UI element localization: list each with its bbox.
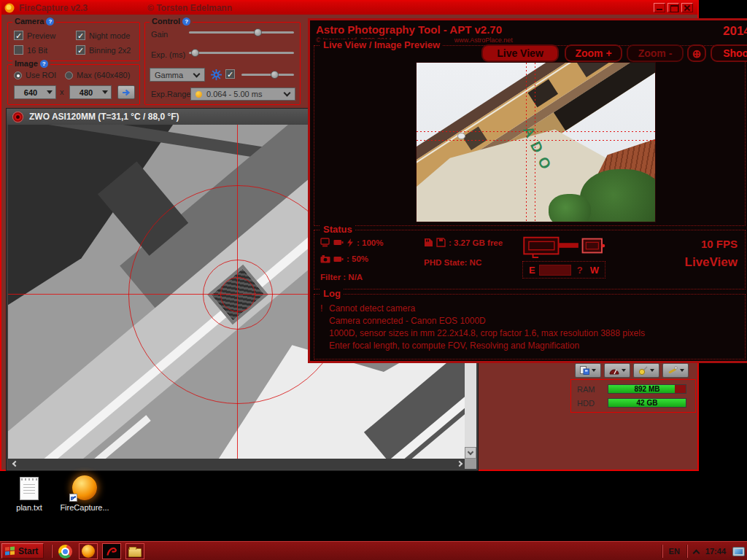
log-entry: Camera connected - Canon EOS 1000D — [320, 316, 486, 326]
taskbar-chrome-icon[interactable] — [58, 545, 72, 559]
chevron-down-icon — [284, 90, 291, 97]
crosshair-icon: ⊕ — [692, 48, 702, 59]
filter-status: Filter : N/A — [320, 273, 363, 281]
maximize-button[interactable] — [667, 3, 679, 12]
night-mode-checkbox[interactable]: ✓ Night mode — [76, 31, 130, 40]
focuser-position-graphic — [521, 233, 608, 258]
gear-icon[interactable] — [211, 69, 222, 80]
gain-slider-knob[interactable] — [254, 28, 262, 36]
apply-arrow-icon — [122, 89, 131, 96]
windows-logo-icon — [5, 546, 15, 556]
apt-website[interactable]: www.AstroPlace.net — [454, 36, 513, 44]
power-bolt-icon — [347, 238, 354, 247]
apt-icon — [105, 545, 118, 558]
taskbar-explorer-icon[interactable] — [125, 543, 144, 559]
width-dropdown[interactable]: 640 — [14, 85, 56, 99]
firecapture-shortcut-icon — [72, 475, 97, 500]
gain-slider[interactable] — [189, 28, 294, 36]
exposure-label: Exp. (ms) — [151, 50, 185, 59]
camera-icon — [320, 254, 330, 263]
minimize-button[interactable] — [654, 3, 665, 12]
focuser-west-button[interactable]: W — [590, 265, 599, 276]
computer-icon — [320, 238, 330, 247]
language-indicator[interactable]: EN — [669, 547, 680, 556]
gamma-slider-knob[interactable] — [271, 71, 279, 79]
ram-value: 892 MB — [608, 385, 686, 393]
exposure-indicator-dot — [196, 91, 202, 98]
gamma-slider[interactable] — [241, 71, 294, 79]
live-view-button[interactable]: Live View — [481, 44, 559, 62]
height-dropdown[interactable]: 480 — [69, 85, 112, 99]
focuser-position-fill — [539, 265, 571, 276]
hidden-icons-arrow[interactable] — [692, 549, 700, 556]
check-icon: ✓ — [15, 31, 23, 40]
status-group: Status : 100% : 50% Filt — [314, 230, 746, 289]
focuser-direction-control: E ? W — [522, 261, 605, 279]
apply-roi-button[interactable] — [117, 85, 135, 99]
gamma-dropdown[interactable]: Gamma — [150, 68, 205, 82]
show-desktop-icon[interactable] — [732, 547, 745, 556]
log-group: Log ! Cannot detect camera Camera connec… — [314, 294, 746, 359]
use-roi-radio[interactable]: Use ROI — [14, 71, 56, 79]
apt-window: Astro Photography Tool - APT v2.70 © Inc… — [308, 18, 747, 363]
exposure-slider[interactable] — [189, 49, 294, 57]
camera-view-title: ZWO ASI120MM (T=31,1 °C / 88,0 °F) — [29, 112, 179, 122]
focuser-help-button[interactable]: ? — [577, 265, 583, 276]
start-button[interactable]: Start — [1, 543, 44, 559]
dropdown-arrow-icon — [680, 369, 684, 372]
scroll-down-icon — [468, 449, 473, 455]
horizontal-scrollbar[interactable] — [8, 459, 466, 469]
system-resources-panel: RAM 892 MB HDD 42 GB — [570, 379, 696, 413]
gamma-checkbox[interactable]: ✓ — [225, 69, 235, 79]
center-crosshair-button[interactable]: ⊕ — [687, 44, 706, 62]
desktop-icon-label: plan.txt — [3, 503, 55, 512]
camera-help-icon[interactable]: ? — [46, 18, 54, 26]
preview-crosshair-h2 — [417, 140, 655, 141]
camera-lens-icon — [12, 112, 23, 122]
gauge-button[interactable] — [604, 363, 630, 378]
close-button[interactable] — [681, 3, 693, 12]
dimension-separator: x — [60, 88, 64, 96]
exposure-slider-knob[interactable] — [191, 49, 199, 57]
fps-indicator: 10 FPS — [701, 238, 738, 250]
start-button-label: Start — [18, 546, 38, 556]
16bit-checkbox[interactable]: ✓ 16 Bit — [14, 45, 47, 55]
desktop: { "icons": { "check": "✓", "crosshair": … — [0, 0, 747, 560]
scroll-left-button[interactable] — [8, 459, 20, 469]
desktop-icon-plan-txt[interactable]: plan.txt — [3, 477, 55, 512]
text-file-icon — [20, 477, 39, 500]
image-help-icon[interactable]: ? — [40, 60, 48, 68]
check-icon: ✓ — [226, 70, 234, 79]
check-icon: ✓ — [77, 31, 85, 40]
system-tray: EN 17:44 — [662, 542, 745, 560]
binning-checkbox[interactable]: ✓ Binning 2x2 — [76, 45, 131, 55]
save-icon — [580, 366, 589, 375]
firecapture-titlebar[interactable]: FireCapture v2.3 © Torsten Edelmann — [1, 1, 697, 15]
zoom-out-button[interactable]: Zoom - — [627, 44, 684, 62]
clock[interactable]: 17:44 — [705, 547, 726, 556]
save-format-button[interactable] — [575, 363, 601, 378]
taskbar-firecapture-icon[interactable] — [79, 543, 98, 559]
pen-icon — [638, 366, 648, 375]
control-help-icon[interactable]: ? — [182, 18, 190, 26]
zoom-in-button[interactable]: Zoom + — [565, 44, 622, 62]
scroll-down-button[interactable] — [465, 447, 476, 459]
check-icon: ✓ — [77, 46, 85, 55]
tools-button[interactable] — [662, 363, 689, 378]
ram-row: RAM 892 MB — [577, 384, 686, 394]
scroll-right-icon — [456, 461, 462, 467]
preview-crosshair-v2 — [535, 63, 535, 222]
marker-button[interactable] — [633, 363, 659, 378]
hdd-value: 42 GB — [608, 399, 686, 407]
exp-range-dropdown[interactable]: 0.064 - 5.00 ms — [190, 88, 295, 101]
taskbar-apt-icon[interactable] — [102, 543, 121, 559]
focuser-east-button[interactable]: E — [529, 265, 535, 276]
gain-label: Gain — [151, 30, 168, 39]
preview-group-label: Live View / Image Preview — [320, 39, 443, 50]
shoot-button[interactable]: Shoot — [711, 44, 747, 62]
apt-title: Astro Photography Tool - APT v2.70 — [316, 23, 502, 36]
max-resolution-radio[interactable]: Max (640x480) — [65, 71, 130, 79]
preview-checkbox[interactable]: ✓ Preview — [14, 31, 55, 40]
power-status: : 100% — [357, 238, 383, 247]
desktop-icon-firecapture[interactable]: FireCapture... — [58, 475, 111, 512]
